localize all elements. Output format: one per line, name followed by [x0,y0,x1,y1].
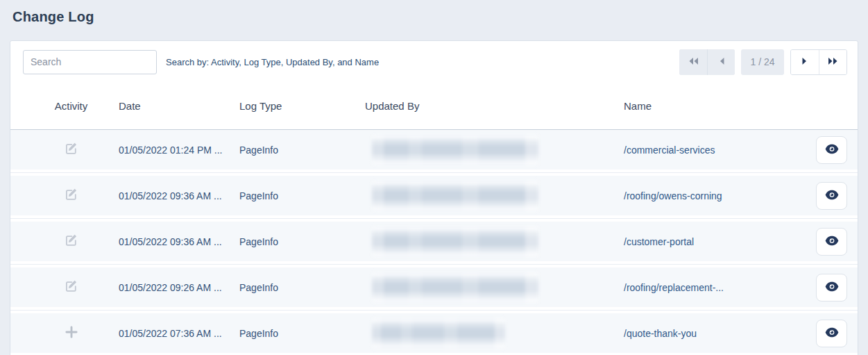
table-row: 01/05/2022 09:26 AM ... PageInfo /roofin… [10,267,858,307]
activity-cell [24,187,119,204]
edit-icon [64,279,78,296]
updated-by-cell [365,318,624,349]
previous-page-button[interactable] [707,49,735,75]
updated-by-cell [365,135,624,165]
column-header-log-type: Log Type [239,100,365,112]
actions-cell [788,274,858,302]
actions-cell [788,136,858,164]
updated-by-cell [365,272,624,303]
change-log-card: Search by: Activity, Log Type, Updated B… [10,40,858,355]
eye-icon [825,236,839,248]
date-cell: 01/05/2022 09:36 AM ... [119,236,239,247]
table-row: 01/05/2022 01:24 PM ... PageInfo /commer… [10,130,858,170]
column-header-updated-by: Updated By [365,100,624,112]
log-type-cell: PageInfo [239,328,365,339]
table-row: 01/05/2022 09:36 AM ... PageInfo /custom… [10,222,858,261]
column-header-date: Date [119,100,239,112]
toolbar: Search by: Activity, Log Type, Updated B… [10,41,858,83]
eye-icon [825,327,839,340]
pagination: 1 / 24 [679,49,847,75]
table-row: 01/05/2022 07:36 AM ... PageInfo /quote-… [10,313,858,353]
redacted-updated-by [372,181,538,211]
eye-icon [825,144,839,156]
name-cell: /quote-thank-you [624,328,788,339]
eye-icon [825,190,839,202]
column-header-name: Name [624,100,788,112]
double-right-arrow-icon [827,57,839,67]
edit-icon [64,233,78,250]
activity-cell [24,233,119,250]
eye-icon [825,281,839,294]
date-cell: 01/05/2022 01:24 PM ... [119,145,239,156]
redacted-updated-by [372,318,505,349]
updated-by-cell [365,226,624,257]
table-row: 01/05/2022 09:36 AM ... PageInfo /roofin… [10,176,858,215]
search-input[interactable] [24,51,157,74]
pagination-forward-group [790,49,847,75]
page-indicator: 1 / 24 [741,49,784,75]
edit-icon [64,187,78,204]
edit-icon [64,141,78,158]
right-arrow-icon [801,57,808,67]
redacted-updated-by [372,272,538,303]
redacted-updated-by [372,135,538,165]
last-page-button[interactable] [819,50,846,74]
view-details-button[interactable] [816,228,847,256]
actions-cell [788,228,858,256]
log-type-cell: PageInfo [239,190,365,201]
search-box [23,50,157,74]
name-cell: /commercial-services [624,145,788,156]
name-cell: /roofing/owens-corning [624,190,788,201]
activity-cell [24,141,119,158]
first-page-button[interactable] [679,49,707,75]
name-cell: /customer-portal [624,236,788,247]
log-type-cell: PageInfo [239,145,365,156]
updated-by-cell [365,181,624,211]
name-cell: /roofing/replacement-... [624,282,788,293]
table-header: Activity Date Log Type Updated By Name [10,83,858,130]
date-cell: 01/05/2022 07:36 AM ... [119,328,239,339]
view-details-button[interactable] [816,182,847,210]
double-left-arrow-icon [688,57,699,67]
table-body: 01/05/2022 01:24 PM ... PageInfo /commer… [10,130,858,353]
activity-cell [24,324,119,342]
plus-icon [64,324,79,342]
view-details-button[interactable] [816,136,847,164]
page-title: Change Log [12,9,94,25]
redacted-updated-by [372,226,538,257]
log-type-cell: PageInfo [239,282,365,293]
view-details-button[interactable] [816,320,847,347]
next-page-button[interactable] [791,50,819,74]
pagination-back-group [679,49,735,75]
actions-cell [788,320,858,347]
activity-cell [24,279,119,296]
left-arrow-icon [718,57,725,67]
log-type-cell: PageInfo [239,236,365,247]
view-details-button[interactable] [816,274,847,302]
date-cell: 01/05/2022 09:26 AM ... [119,282,239,293]
search-hint: Search by: Activity, Log Type, Updated B… [166,57,379,67]
column-header-activity: Activity [24,100,119,112]
date-cell: 01/05/2022 09:36 AM ... [119,190,239,201]
actions-cell [788,182,858,210]
